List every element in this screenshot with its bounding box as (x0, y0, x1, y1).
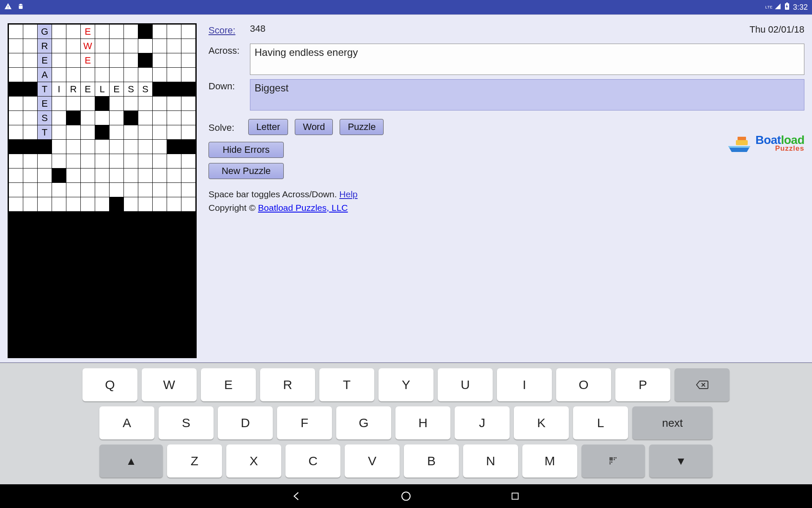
grid-cell[interactable]: T (38, 125, 52, 140)
key-u[interactable]: U (438, 368, 493, 401)
grid-cell[interactable] (52, 111, 66, 125)
key-h[interactable]: H (395, 406, 450, 439)
grid-cell[interactable]: S (138, 82, 153, 97)
grid-cell[interactable] (110, 140, 124, 154)
score-label[interactable]: Score: (208, 23, 242, 36)
key-n[interactable]: N (463, 444, 518, 478)
help-link[interactable]: Help (339, 189, 357, 199)
grid-cell[interactable] (124, 68, 138, 82)
key-f[interactable]: F (277, 406, 332, 439)
grid-cell[interactable] (167, 53, 181, 68)
grid-cell[interactable] (52, 68, 66, 82)
grid-cell[interactable] (81, 154, 95, 168)
grid-cell[interactable] (138, 39, 153, 53)
grid-cell[interactable] (23, 183, 38, 197)
grid-cell[interactable] (9, 197, 23, 212)
grid-cell[interactable] (9, 53, 23, 68)
grid-cell[interactable] (95, 68, 110, 82)
grid-cell[interactable] (181, 97, 196, 111)
grid-cell[interactable] (153, 197, 167, 212)
grid-cell[interactable] (9, 97, 23, 111)
grid-cell[interactable] (153, 168, 167, 183)
key-g[interactable]: G (336, 406, 391, 439)
hide-errors-button[interactable]: Hide Errors (208, 142, 284, 158)
grid-cell[interactable] (181, 197, 196, 212)
grid-cell[interactable] (138, 168, 153, 183)
grid-cell[interactable] (138, 154, 153, 168)
new-puzzle-button[interactable]: New Puzzle (208, 163, 284, 179)
grid-cell[interactable] (23, 39, 38, 53)
grid-cell[interactable] (110, 111, 124, 125)
grid-cell[interactable] (66, 168, 81, 183)
grid-cell[interactable] (38, 154, 52, 168)
grid-cell[interactable] (138, 183, 153, 197)
grid-cell[interactable] (52, 125, 66, 140)
key-c[interactable]: C (285, 444, 340, 478)
grid-cell[interactable] (52, 25, 66, 39)
grid-cell[interactable] (167, 39, 181, 53)
key-hide-keyboard[interactable]: ▼ (649, 444, 713, 478)
grid-cell[interactable] (167, 68, 181, 82)
crossword-grid[interactable]: GERWEEATIRELESSEST (8, 23, 197, 358)
grid-cell[interactable] (181, 53, 196, 68)
grid-cell[interactable] (9, 111, 23, 125)
grid-cell[interactable] (66, 97, 81, 111)
grid-cell[interactable] (9, 39, 23, 53)
grid-cell[interactable] (124, 125, 138, 140)
across-clue-box[interactable]: Having endless energy (250, 44, 804, 75)
grid-cell[interactable] (124, 197, 138, 212)
grid-cell[interactable]: E (81, 25, 95, 39)
grid-cell[interactable] (66, 125, 81, 140)
grid-cell[interactable] (167, 154, 181, 168)
grid-cell[interactable] (181, 39, 196, 53)
grid-cell[interactable] (52, 197, 66, 212)
grid-cell[interactable]: G (38, 25, 52, 39)
grid-cell[interactable] (9, 68, 23, 82)
grid-cell[interactable] (52, 154, 66, 168)
key-e[interactable]: E (201, 368, 256, 401)
grid-cell[interactable] (81, 183, 95, 197)
grid-cell[interactable]: T (38, 82, 52, 97)
grid-cell[interactable] (66, 53, 81, 68)
grid-cell[interactable] (110, 68, 124, 82)
key-s[interactable]: S (159, 406, 214, 439)
home-button[interactable] (400, 490, 412, 502)
recent-apps-button[interactable] (509, 490, 521, 502)
grid-cell[interactable] (66, 25, 81, 39)
grid-cell[interactable] (66, 39, 81, 53)
grid-cell[interactable] (95, 154, 110, 168)
key-v[interactable]: V (345, 444, 400, 478)
grid-cell[interactable] (95, 140, 110, 154)
grid-cell[interactable] (110, 183, 124, 197)
grid-cell[interactable] (138, 111, 153, 125)
grid-cell[interactable] (52, 140, 66, 154)
grid-cell[interactable] (181, 125, 196, 140)
grid-cell[interactable] (9, 25, 23, 39)
grid-cell[interactable] (23, 68, 38, 82)
grid-cell[interactable] (181, 68, 196, 82)
key-w[interactable]: W (142, 368, 197, 401)
grid-cell[interactable] (95, 111, 110, 125)
grid-cell[interactable] (153, 111, 167, 125)
grid-cell[interactable] (95, 168, 110, 183)
grid-cell[interactable] (138, 125, 153, 140)
grid-cell[interactable]: E (38, 97, 52, 111)
grid-cell[interactable] (167, 111, 181, 125)
grid-cell[interactable] (23, 168, 38, 183)
key-z[interactable]: Z (167, 444, 222, 478)
grid-cell[interactable] (138, 197, 153, 212)
key-k[interactable]: K (514, 406, 569, 439)
grid-cell[interactable] (153, 154, 167, 168)
grid-cell[interactable] (181, 111, 196, 125)
grid-cell[interactable] (9, 154, 23, 168)
grid-cell[interactable] (167, 197, 181, 212)
grid-cell[interactable] (167, 97, 181, 111)
grid-cell[interactable] (66, 183, 81, 197)
grid-cell[interactable] (124, 97, 138, 111)
grid-cell[interactable] (153, 53, 167, 68)
grid-cell[interactable] (23, 25, 38, 39)
key-b[interactable]: B (404, 444, 459, 478)
key-j[interactable]: J (455, 406, 510, 439)
grid-cell[interactable] (110, 97, 124, 111)
key-backspace[interactable] (675, 368, 730, 401)
